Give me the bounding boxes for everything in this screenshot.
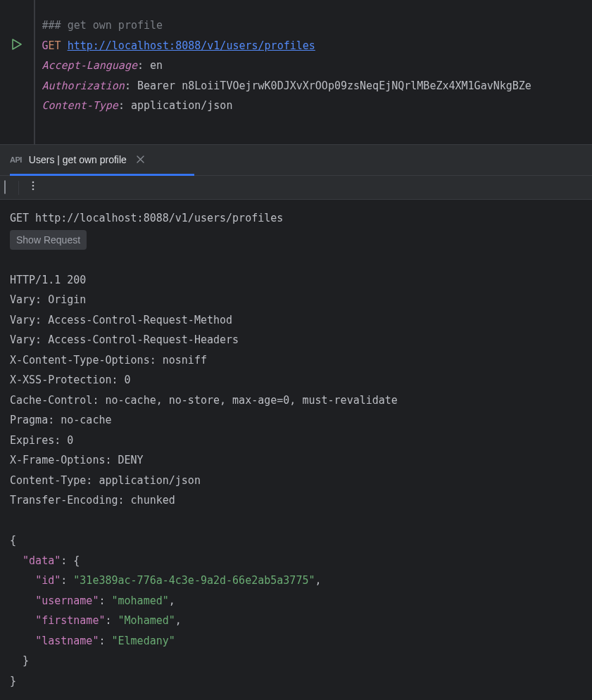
header-value: Bearer n8LoiiTVOejrwK0DJXvXrOOp09zsNeqEj… [137,79,531,92]
header-name: Authorization [42,79,125,92]
response-toolbar [0,176,592,200]
response-header: X-XSS-Protection: 0 [10,374,131,386]
close-icon[interactable] [134,151,144,170]
tab-users-get-own-profile[interactable]: API Users | get own profile [0,145,154,175]
response-header: Pragma: no-cache [10,414,112,426]
json-key: "firstname" [35,614,105,627]
json-value: "mohamed" [112,594,169,607]
json-value: "31e389ac-776a-4c3e-9a2d-66e2ab5a3775" [73,574,315,587]
json-brace: } [10,654,29,667]
response-header: Expires: 0 [10,434,73,447]
request-url[interactable]: http://localhost:8088/v1/users/profiles [68,39,315,52]
response-header: Vary: Access-Control-Request-Method [10,314,232,326]
json-key: "username" [35,594,99,607]
response-header: X-Content-Type-Options: nosniff [10,354,207,367]
svg-point-2 [32,189,34,191]
layout-icon[interactable] [4,177,6,198]
response-header: Cache-Control: no-cache, no-store, max-a… [10,394,398,407]
json-key: "lastname" [35,635,99,647]
json-brace: } [10,675,16,687]
tab-title: Users | get own profile [29,151,127,170]
separator [18,181,19,195]
response-header: Vary: Access-Control-Request-Headers [10,333,239,346]
api-icon: API [10,153,22,167]
code-area[interactable]: ### get own profile GET http://localhost… [42,0,531,144]
svg-point-1 [32,185,34,187]
gutter-divider [34,0,35,144]
editor-pane: ### get own profile GET http://localhost… [0,0,592,144]
json-key: "id" [35,574,61,587]
response-header: Vary: Origin [10,293,86,306]
run-request-icon[interactable] [12,37,22,57]
response-output[interactable]: GET http://localhost:8088/v1/users/profi… [0,200,592,700]
header-name: Content-Type [42,99,118,112]
gutter [0,0,34,144]
response-tab-bar: API Users | get own profile [0,144,592,176]
section-comment: ### get own profile [42,19,163,32]
svg-point-0 [32,182,34,184]
header-value: application/json [131,99,233,112]
more-actions-icon[interactable] [32,177,34,198]
json-key: "data" [23,554,61,567]
http-method: GET [42,39,61,52]
header-name: Accept-Language [42,59,137,72]
json-brace: { [10,534,16,547]
json-value: "Elmedany" [112,635,175,647]
status-line: HTTP/1.1 200 [10,274,86,286]
response-request-line: GET http://localhost:8088/v1/users/profi… [10,212,283,224]
json-value: "Mohamed" [118,614,175,627]
response-header: Content-Type: application/json [10,474,201,487]
header-value: en [150,59,163,72]
active-tab-indicator [10,174,194,176]
response-header: Transfer-Encoding: chunked [10,494,175,507]
response-header: X-Frame-Options: DENY [10,454,144,466]
show-request-button[interactable]: Show Request [10,230,87,250]
